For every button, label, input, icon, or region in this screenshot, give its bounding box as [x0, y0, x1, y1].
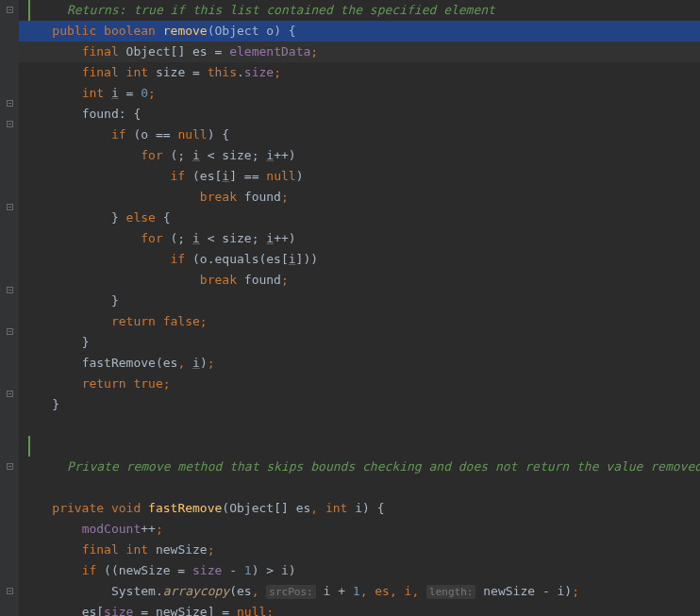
code-line[interactable]: if (o.equals(es[i])) — [19, 249, 700, 270]
fold-marker-icon[interactable] — [7, 588, 13, 594]
code-line[interactable]: return false; — [19, 311, 700, 332]
fold-marker-icon[interactable] — [7, 100, 13, 107]
doc-indicator — [28, 436, 30, 457]
fold-marker-icon[interactable] — [7, 7, 13, 13]
code-line[interactable]: Private remove method that skips bounds … — [19, 457, 700, 477]
code-line[interactable]: for (; i < size; i++) — [19, 228, 700, 249]
code-line[interactable]: } — [19, 291, 700, 311]
fold-marker-icon[interactable] — [7, 328, 13, 335]
code-line[interactable]: fastRemove(es, i); — [19, 353, 700, 374]
code-line[interactable]: } — [19, 332, 700, 353]
fold-marker-icon[interactable] — [7, 204, 13, 210]
doc-comment: Returns: true if this list contained the… — [67, 3, 495, 17]
fold-marker-icon[interactable] — [7, 287, 13, 293]
code-line[interactable]: final int size = this.size; — [19, 62, 700, 83]
param-hint: length: — [426, 585, 475, 599]
code-line[interactable]: } — [19, 394, 700, 415]
fold-marker-icon[interactable] — [7, 391, 13, 397]
code-line — [19, 436, 700, 457]
code-editor[interactable]: Returns: true if this list contained the… — [0, 0, 700, 616]
code-line[interactable]: } else { — [19, 208, 700, 228]
param-hint: srcPos: — [266, 585, 315, 599]
code-line[interactable]: System.arraycopy(es, srcPos: i + 1, es, … — [19, 581, 700, 602]
code-line[interactable]: break found; — [19, 270, 700, 291]
code-line[interactable]: if (o == null) { — [19, 125, 700, 145]
code-line — [19, 415, 700, 436]
code-line[interactable]: for (; i < size; i++) — [19, 145, 700, 166]
code-line[interactable]: modCount++; — [19, 519, 700, 540]
code-line[interactable]: final int newSize; — [19, 540, 700, 560]
doc-comment: Private remove method that skips bounds … — [67, 459, 700, 474]
code-line[interactable]: return true; — [19, 374, 700, 394]
code-line[interactable]: break found; — [19, 187, 700, 208]
gutter — [0, 0, 19, 616]
doc-indicator — [28, 0, 30, 21]
code-line[interactable]: if ((newSize = size - 1) > i) — [19, 560, 700, 581]
fold-marker-icon[interactable] — [7, 121, 13, 127]
code-line[interactable]: private void fastRemove(Object[] es, int… — [19, 498, 700, 519]
code-line[interactable]: found: { — [19, 104, 700, 125]
code-line — [19, 477, 700, 498]
code-line[interactable]: int i = 0; — [19, 83, 700, 104]
code-line[interactable]: final Object[] es = elementData; — [19, 42, 700, 62]
code-line[interactable]: es[size = newSize] = null; — [19, 602, 700, 616]
fold-marker-icon[interactable] — [7, 463, 13, 470]
code-line[interactable]: public boolean remove(Object o) { — [19, 21, 700, 42]
code-line[interactable]: Returns: true if this list contained the… — [19, 0, 700, 21]
code-line[interactable]: if (es[i] == null) — [19, 166, 700, 187]
